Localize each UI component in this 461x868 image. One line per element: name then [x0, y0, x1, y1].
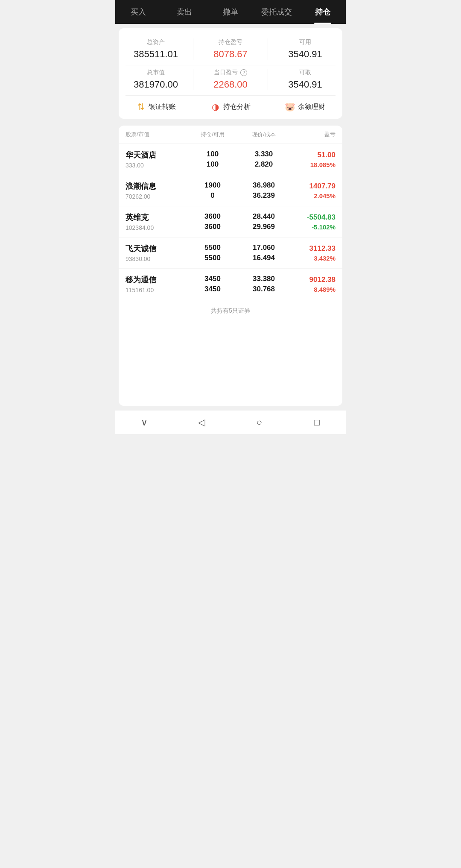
price-col: 36.980 36.239 — [238, 181, 289, 200]
position-pnl-label: 持仓盈亏 — [193, 38, 268, 46]
table-row[interactable]: 移为通信 115161.00 3450 3450 33.380 30.768 9… — [119, 269, 342, 299]
stock-market-value: 102384.00 — [125, 224, 187, 231]
cost-price: 2.820 — [238, 160, 289, 169]
col-header-stock: 股票/市值 — [125, 131, 187, 138]
table-row[interactable]: 飞天诚信 93830.00 5500 5500 17.060 16.494 31… — [119, 238, 342, 269]
position-total: 3600 — [187, 212, 238, 221]
pnl-col: -5504.83 -5.102% — [289, 213, 336, 231]
col-header-position: 持仓/可用 — [187, 131, 238, 138]
position-col: 3600 3600 — [187, 212, 238, 231]
stock-market-value: 115161.00 — [125, 287, 187, 293]
transfer-icon: ⇅ — [136, 102, 146, 112]
stock-name: 移为通信 — [125, 275, 187, 285]
position-analysis-button[interactable]: ◑ 持仓分析 — [210, 102, 251, 112]
balance-finance-button[interactable]: 🐷 余额理财 — [285, 102, 325, 112]
current-price: 3.330 — [238, 150, 289, 158]
bank-transfer-label: 银证转账 — [149, 103, 176, 111]
nav-orders[interactable]: 委托成交 — [254, 0, 300, 24]
balance-finance-label: 余额理财 — [298, 103, 325, 111]
pnl-amount: 3112.33 — [289, 244, 336, 253]
position-available: 5500 — [187, 254, 238, 262]
total-assets-value: 385511.01 — [119, 49, 193, 60]
pnl-col: 51.00 18.085% — [289, 151, 336, 168]
daily-pnl-help-icon[interactable]: ? — [240, 69, 247, 76]
pnl-col: 9012.38 8.489% — [289, 276, 336, 293]
stock-name-col: 移为通信 115161.00 — [125, 275, 187, 293]
cost-price: 29.969 — [238, 223, 289, 231]
price-col: 33.380 30.768 — [238, 275, 289, 293]
price-col: 3.330 2.820 — [238, 150, 289, 169]
holdings-section: 股票/市值 持仓/可用 现价/成本 盈亏 华天酒店 333.00 100 100… — [119, 126, 342, 406]
current-price: 17.060 — [238, 243, 289, 252]
pnl-col: 3112.33 3.432% — [289, 244, 336, 262]
col-header-price: 现价/成本 — [238, 131, 289, 138]
cost-price: 30.768 — [238, 285, 289, 293]
bottom-nav-back[interactable]: ∨ — [115, 411, 173, 434]
bottom-nav-triangle[interactable]: ◁ — [173, 411, 230, 434]
price-col: 17.060 16.494 — [238, 243, 289, 262]
bottom-nav-home[interactable]: ○ — [230, 411, 288, 434]
cost-price: 16.494 — [238, 254, 289, 262]
available: 可用 3540.91 — [268, 38, 342, 60]
current-price: 36.980 — [238, 181, 289, 190]
position-available: 100 — [187, 160, 238, 169]
pnl-percentage: -5.102% — [289, 223, 336, 231]
stock-name: 英维克 — [125, 212, 187, 223]
position-total: 1900 — [187, 181, 238, 190]
stock-name-col: 英维克 102384.00 — [125, 212, 187, 231]
withdrawable: 可取 3540.91 — [268, 69, 342, 90]
stock-name-col: 飞天诚信 93830.00 — [125, 243, 187, 262]
position-analysis-label: 持仓分析 — [223, 103, 251, 111]
position-available: 0 — [187, 191, 238, 200]
stock-name: 飞天诚信 — [125, 243, 187, 254]
pnl-amount: -5504.83 — [289, 213, 336, 222]
position-col: 1900 0 — [187, 181, 238, 200]
nav-cancel[interactable]: 撤单 — [207, 0, 254, 24]
pnl-col: 1407.79 2.045% — [289, 182, 336, 199]
nav-holdings[interactable]: 持仓 — [300, 0, 346, 24]
stock-market-value: 70262.00 — [125, 193, 187, 200]
position-total: 100 — [187, 150, 238, 158]
market-value-value: 381970.00 — [119, 79, 193, 90]
position-col: 5500 5500 — [187, 243, 238, 262]
top-navigation: 买入 卖出 撤单 委托成交 持仓 — [115, 0, 346, 24]
position-total: 5500 — [187, 243, 238, 252]
market-value: 总市值 381970.00 — [119, 69, 193, 90]
position-available: 3450 — [187, 285, 238, 293]
stock-market-value: 93830.00 — [125, 255, 187, 262]
nav-buy[interactable]: 买入 — [115, 0, 161, 24]
position-total: 3450 — [187, 275, 238, 283]
position-available: 3600 — [187, 223, 238, 231]
pnl-percentage: 3.432% — [289, 255, 336, 262]
daily-pnl: 当日盈亏 ? 2268.00 — [193, 69, 268, 90]
market-value-label: 总市值 — [119, 69, 193, 76]
position-pnl-value: 8078.67 — [193, 49, 268, 60]
table-row[interactable]: 浪潮信息 70262.00 1900 0 36.980 36.239 1407.… — [119, 175, 342, 206]
position-pnl: 持仓盈亏 8078.67 — [193, 38, 268, 60]
table-row[interactable]: 英维克 102384.00 3600 3600 28.440 29.969 -5… — [119, 206, 342, 238]
total-assets: 总资产 385511.01 — [119, 38, 193, 60]
table-header: 股票/市值 持仓/可用 现价/成本 盈亏 — [119, 126, 342, 144]
action-row: ⇅ 银证转账 ◑ 持仓分析 🐷 余额理财 — [119, 96, 342, 115]
current-price: 28.440 — [238, 212, 289, 221]
summary-row-top: 总资产 385511.01 持仓盈亏 8078.67 可用 3540.91 — [119, 35, 342, 65]
daily-pnl-label: 当日盈亏 ? — [193, 69, 268, 76]
pnl-percentage: 18.085% — [289, 161, 336, 168]
summary-section: 总资产 385511.01 持仓盈亏 8078.67 可用 3540.91 总市… — [119, 28, 342, 119]
withdrawable-value: 3540.91 — [268, 79, 342, 90]
summary-row-bottom: 总市值 381970.00 当日盈亏 ? 2268.00 可取 3540.91 — [119, 65, 342, 95]
holdings-count-footer: 共持有5只证券 — [119, 299, 342, 323]
nav-sell[interactable]: 卖出 — [161, 0, 207, 24]
stock-name: 浪潮信息 — [125, 181, 187, 191]
table-row[interactable]: 华天酒店 333.00 100 100 3.330 2.820 51.00 18… — [119, 144, 342, 175]
stock-market-value: 333.00 — [125, 162, 187, 169]
col-header-pnl: 盈亏 — [289, 131, 336, 138]
finance-icon: 🐷 — [285, 102, 295, 112]
pnl-percentage: 8.489% — [289, 286, 336, 293]
pnl-percentage: 2.045% — [289, 192, 336, 199]
analysis-icon: ◑ — [210, 102, 221, 112]
bank-transfer-button[interactable]: ⇅ 银证转账 — [136, 102, 176, 112]
bottom-nav-recent[interactable]: □ — [288, 411, 346, 434]
available-label: 可用 — [268, 38, 342, 46]
stock-name-col: 华天酒店 333.00 — [125, 150, 187, 169]
